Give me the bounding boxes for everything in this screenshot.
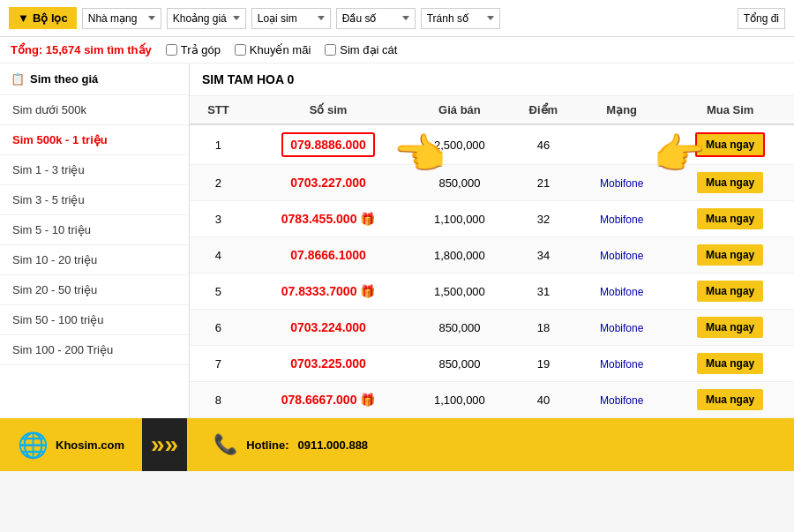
table-row: 70703.225.000850,00019MobifoneMua ngay: [190, 346, 794, 382]
filter-icon: ▼: [18, 11, 29, 25]
cell-so-sim[interactable]: 0703.224.000: [247, 310, 409, 346]
loai-sim-select[interactable]: Loại sim: [251, 8, 331, 29]
cell-diem: 34: [510, 237, 578, 273]
network-label: Mobifone: [600, 286, 643, 298]
cell-gia-ban: 1,100,000: [409, 382, 509, 418]
cell-diem: 21: [510, 165, 578, 201]
sidebar-item-500k-1tr[interactable]: Sim 500k - 1 triệu: [0, 125, 189, 155]
cell-mang: Mobifone: [577, 346, 666, 382]
highlighted-sim-number[interactable]: 079.8886.000: [281, 132, 375, 157]
sidebar-item-duoi-500k[interactable]: Sim dưới 500k: [0, 95, 189, 125]
sim-number[interactable]: 078.6667.000: [281, 393, 357, 407]
footer: 🌐 Khosim.com » » 📞 Hotline: 0911.000.888: [0, 418, 794, 471]
mua-ngay-button[interactable]: Mua ngay: [697, 389, 763, 410]
sidebar-item-1-3tr[interactable]: Sim 1 - 3 triệu: [0, 155, 189, 185]
filter-button[interactable]: ▼ Bộ lọc: [9, 7, 77, 29]
hotline-number: 0911.000.888: [298, 438, 369, 452]
cell-so-sim[interactable]: 07.8333.7000 🎁: [247, 273, 409, 310]
filter-bar: ▼ Bộ lọc Nhà mạng Khoảng giá Loại sim Đầ…: [0, 0, 794, 37]
cell-gia-ban: 850,000: [409, 310, 509, 346]
gift-icon: 🎁: [356, 284, 375, 298]
cell-mua-sim[interactable]: Mua ngay: [666, 237, 794, 273]
khuyen-mai-checkbox[interactable]: Khuyến mãi: [235, 43, 311, 56]
sidebar-item-5-10tr[interactable]: Sim 5 - 10 triệu: [0, 215, 189, 245]
cell-diem: 31: [510, 273, 578, 310]
total-count: Tổng: 15,674 sim tìm thấy: [11, 43, 152, 56]
sim-dai-cat-checkbox[interactable]: Sim đại cát: [325, 43, 397, 56]
sim-table: STT Số sim Giá bán Điểm Mạng Mua Sim 107…: [190, 96, 794, 418]
cell-gia-ban: 2,500,000: [409, 124, 509, 165]
tra-gop-checkbox[interactable]: Trả góp: [166, 43, 221, 56]
summary-bar: Tổng: 15,674 sim tìm thấy Trả góp Khuyến…: [0, 37, 794, 64]
khuyen-mai-input[interactable]: [235, 44, 246, 56]
cell-mua-sim[interactable]: Mua ngay: [666, 124, 794, 165]
cell-mua-sim[interactable]: Mua ngay: [666, 382, 794, 418]
mua-ngay-button[interactable]: Mua ngay: [697, 172, 763, 193]
cell-mua-sim[interactable]: Mua ngay: [666, 346, 794, 382]
col-stt: STT: [190, 96, 247, 124]
dau-so-select[interactable]: Đầu số: [336, 8, 416, 29]
mua-ngay-button[interactable]: Mua ngay: [695, 132, 765, 157]
sim-number[interactable]: 07.8666.1000: [290, 248, 366, 262]
table-row: 1079.8886.0002,500,00046Mua ngay: [190, 124, 794, 165]
mua-ngay-button[interactable]: Mua ngay: [697, 208, 763, 229]
table-header-row: STT Số sim Giá bán Điểm Mạng Mua Sim: [190, 96, 794, 124]
table-row: 8078.6667.000 🎁1,100,00040MobifoneMua ng…: [190, 382, 794, 418]
mua-ngay-button[interactable]: Mua ngay: [697, 317, 763, 338]
tranh-so-select[interactable]: Tránh số: [421, 8, 500, 29]
sidebar: 📋 Sim theo giá Sim dưới 500k Sim 500k - …: [0, 64, 190, 418]
mua-ngay-button[interactable]: Mua ngay: [697, 244, 763, 266]
gift-icon: 🎁: [356, 393, 375, 407]
sim-dai-cat-input[interactable]: [325, 44, 336, 56]
sim-number[interactable]: 0783.455.000: [281, 212, 357, 226]
sim-number[interactable]: 07.8333.7000: [281, 284, 357, 298]
sidebar-item-3-5tr[interactable]: Sim 3 - 5 triệu: [0, 185, 189, 215]
cell-mua-sim[interactable]: Mua ngay: [666, 310, 794, 346]
tra-gop-input[interactable]: [166, 44, 177, 56]
cell-so-sim[interactable]: 079.8886.000: [247, 124, 409, 165]
col-diem: Điểm: [510, 96, 578, 124]
cell-diem: 18: [510, 310, 578, 346]
cell-mua-sim[interactable]: Mua ngay: [666, 273, 794, 310]
cell-stt: 5: [190, 273, 247, 310]
sidebar-item-10-20tr[interactable]: Sim 10 - 20 triệu: [0, 245, 189, 275]
cell-mua-sim[interactable]: Mua ngay: [666, 201, 794, 237]
sim-number[interactable]: 0703.224.000: [290, 320, 366, 334]
filter-label: Bộ lọc: [33, 11, 68, 25]
cell-gia-ban: 850,000: [409, 346, 509, 382]
phone-icon: 📞: [213, 433, 237, 456]
khoang-gia-select[interactable]: Khoảng giá: [167, 8, 246, 29]
cell-so-sim[interactable]: 0703.227.000: [247, 165, 409, 201]
nha-mang-select[interactable]: Nhà mạng: [82, 8, 161, 29]
cell-so-sim[interactable]: 0703.225.000: [247, 346, 409, 382]
mua-ngay-button[interactable]: Mua ngay: [697, 281, 763, 302]
khuyen-mai-label: Khuyến mãi: [250, 43, 311, 56]
cell-gia-ban: 1,500,000: [409, 273, 509, 310]
main-content: 📋 Sim theo giá Sim dưới 500k Sim 500k - …: [0, 64, 794, 418]
cell-gia-ban: 1,100,000: [409, 201, 509, 237]
mua-ngay-button[interactable]: Mua ngay: [697, 353, 763, 374]
cell-mang: Mobifone: [577, 201, 666, 237]
cell-stt: 1: [190, 124, 247, 165]
sidebar-item-50-100tr[interactable]: Sim 50 - 100 triệu: [0, 305, 189, 335]
col-mua-sim: Mua Sim: [666, 96, 794, 124]
table-row: 60703.224.000850,00018MobifoneMua ngay: [190, 310, 794, 346]
cell-so-sim[interactable]: 07.8666.1000: [247, 237, 409, 273]
chevron-right-icon-2: »: [165, 431, 179, 459]
network-label: Mobifone: [600, 358, 643, 371]
tra-gop-label: Trả góp: [181, 43, 221, 56]
cell-stt: 2: [190, 165, 247, 201]
network-label: Mobifone: [600, 177, 643, 190]
cell-mang: [577, 124, 666, 165]
cell-mang: Mobifone: [577, 237, 666, 273]
sim-number[interactable]: 0703.225.000: [290, 356, 366, 371]
cell-so-sim[interactable]: 0783.455.000 🎁: [247, 201, 409, 237]
gift-icon: 🎁: [356, 212, 375, 226]
sidebar-item-20-50tr[interactable]: Sim 20 - 50 triệu: [0, 275, 189, 305]
cell-mua-sim[interactable]: Mua ngay: [666, 165, 794, 201]
cell-so-sim[interactable]: 078.6667.000 🎁: [247, 382, 409, 418]
sidebar-item-100-200tr[interactable]: Sim 100 - 200 Triệu: [0, 335, 189, 365]
cell-diem: 46: [510, 124, 578, 165]
sim-number[interactable]: 0703.227.000: [290, 176, 366, 190]
brand-name: Khosim.com: [56, 438, 124, 452]
